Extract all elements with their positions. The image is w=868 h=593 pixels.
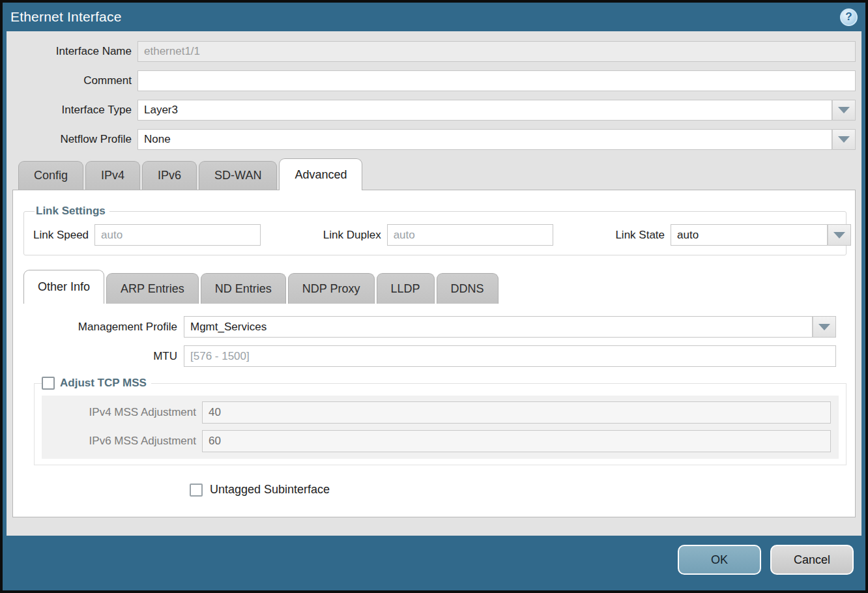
ok-button[interactable]: OK [678,545,761,575]
link-speed-input[interactable] [94,224,261,246]
link-state-dropdown-button[interactable] [828,224,851,246]
ipv4-mss-input [202,401,831,424]
tab-config[interactable]: Config [18,161,83,190]
management-profile-row: Management Profile [23,316,836,338]
management-profile-label: Management Profile [23,321,184,334]
mss-disabled-block: IPv4 MSS Adjustment IPv6 MSS Adjustment [42,396,839,459]
netflow-profile-value[interactable] [137,129,832,150]
cancel-button[interactable]: Cancel [770,545,854,575]
netflow-profile-row: Netflow Profile [12,129,856,150]
adjust-tcp-mss-legend: Adjust TCP MSS [42,377,151,390]
other-info-panel: Management Profile MTU Adjust TCP [23,304,846,497]
tab-ddns[interactable]: DDNS [437,273,499,304]
link-duplex-label: Link Duplex [323,229,387,242]
untagged-subinterface-label: Untagged Subinterface [210,483,330,497]
link-state-dropdown[interactable] [671,224,837,246]
tab-nd-entries[interactable]: ND Entries [201,273,286,304]
mtu-row: MTU [23,345,836,367]
ipv6-mss-label: IPv6 MSS Adjustment [42,435,202,448]
netflow-profile-dropdown-button[interactable] [832,129,856,150]
ethernet-interface-dialog: Ethernet Interface ? Interface Name Comm… [0,0,868,593]
ipv6-mss-input [202,430,831,452]
link-state-item: Link State [615,224,837,246]
adjust-tcp-mss-checkbox[interactable] [42,377,55,390]
link-duplex-field-wrap [387,224,553,246]
link-duplex-input[interactable] [387,224,553,246]
interface-name-label: Interface Name [12,45,137,58]
tab-ipv4[interactable]: IPv4 [85,161,140,190]
chevron-down-icon [838,136,850,143]
interface-type-dropdown-button[interactable] [832,100,856,121]
link-settings-row: Link Speed Link Duplex Link [33,224,837,246]
inner-tab-bar: Other Info ARP Entries ND Entries NDP Pr… [23,270,846,304]
link-state-label: Link State [615,229,671,242]
interface-name-row: Interface Name [12,41,856,62]
link-speed-field-wrap [94,224,261,246]
chevron-down-icon [838,107,850,113]
management-profile-dropdown[interactable] [184,316,836,338]
link-settings-legend: Link Settings [35,205,109,218]
interface-type-label: Interface Type [12,104,137,117]
link-duplex-item: Link Duplex [323,224,553,246]
tab-advanced[interactable]: Advanced [279,158,362,190]
interface-name-field-wrap [137,41,856,62]
comment-row: Comment [12,70,856,91]
dialog-title: Ethernet Interface [10,9,122,25]
chevron-down-icon [818,324,830,330]
main-tab-bar: Config IPv4 IPv6 SD-WAN Advanced [12,158,856,190]
ipv6-mss-row: IPv6 MSS Adjustment [42,430,831,452]
link-state-value[interactable] [671,224,828,246]
ipv4-mss-row: IPv4 MSS Adjustment [42,401,831,424]
link-speed-item: Link Speed [33,224,261,246]
chevron-down-icon [833,232,845,239]
interface-name-input [137,41,856,62]
advanced-tab-panel: Link Settings Link Speed Link Duplex [12,190,856,517]
interface-type-value[interactable] [137,100,832,121]
tab-ipv6[interactable]: IPv6 [142,161,197,190]
comment-input[interactable] [137,70,856,91]
tab-arp-entries[interactable]: ARP Entries [106,273,199,304]
ipv4-mss-label: IPv4 MSS Adjustment [42,406,202,419]
management-profile-value[interactable] [184,316,813,338]
tab-lldp[interactable]: LLDP [377,273,435,304]
tab-sdwan[interactable]: SD-WAN [199,161,277,190]
comment-field-wrap [137,70,856,91]
netflow-profile-dropdown[interactable] [137,129,856,150]
untagged-subinterface-row: Untagged Subinterface [190,483,846,497]
dialog-footer: OK Cancel [3,536,865,590]
untagged-subinterface-checkbox[interactable] [190,484,203,497]
tab-ndp-proxy[interactable]: NDP Proxy [288,273,375,304]
dialog-titlebar: Ethernet Interface ? [3,3,865,31]
netflow-profile-label: Netflow Profile [12,133,137,146]
mtu-label: MTU [23,350,184,363]
comment-label: Comment [12,74,137,87]
interface-type-dropdown[interactable] [137,100,856,121]
dialog-body: Interface Name Comment Interface Type Ne… [7,31,861,536]
help-icon[interactable]: ? [840,8,858,26]
link-speed-label: Link Speed [33,229,94,242]
link-settings-group: Link Settings Link Speed Link Duplex [23,205,846,255]
tab-other-info[interactable]: Other Info [23,270,104,304]
mtu-field-wrap [184,345,836,367]
interface-type-row: Interface Type [12,100,856,121]
adjust-tcp-mss-group: Adjust TCP MSS IPv4 MSS Adjustment IPv6 … [34,377,846,465]
management-profile-dropdown-button[interactable] [813,316,836,338]
adjust-tcp-mss-legend-text: Adjust TCP MSS [60,377,147,390]
mtu-input[interactable] [184,345,836,367]
